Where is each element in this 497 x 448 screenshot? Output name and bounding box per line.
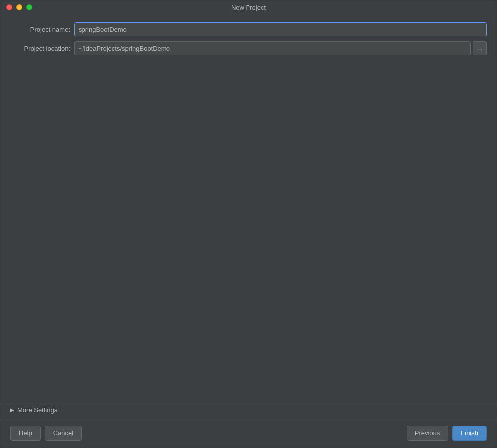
project-location-input[interactable] [74,41,471,55]
project-location-row: Project location: ... [10,41,487,55]
footer-right-buttons: Previous Finish [407,426,487,441]
content-area: Project name: Project location: ... [0,14,497,402]
traffic-lights [6,4,32,10]
browse-button[interactable]: ... [473,41,487,55]
project-name-input-wrapper [74,22,487,36]
dialog-window: New Project Project name: Project locati… [0,0,497,448]
maximize-button[interactable] [26,4,32,10]
more-settings-label: More Settings [17,406,57,414]
project-location-input-wrapper: ... [74,41,487,55]
minimize-button[interactable] [16,4,22,10]
finish-button[interactable]: Finish [452,426,487,441]
arrow-right-icon: ▶ [10,407,14,413]
footer: Help Cancel Previous Finish [0,418,497,448]
ellipsis-icon: ... [477,45,482,52]
close-button[interactable] [6,4,12,10]
footer-left-buttons: Help Cancel [10,426,82,441]
project-name-row: Project name: [10,22,487,36]
project-name-input[interactable] [74,22,487,36]
form-area: Project name: Project location: ... [10,22,487,55]
spacer [10,55,487,394]
help-button[interactable]: Help [10,426,41,441]
project-name-label: Project name: [10,26,70,33]
more-settings-section[interactable]: ▶ More Settings [0,402,497,418]
window-title: New Project [231,4,266,11]
project-location-label: Project location: [10,45,70,52]
cancel-button[interactable]: Cancel [45,426,82,441]
title-bar: New Project [0,0,497,14]
previous-button[interactable]: Previous [407,426,449,441]
